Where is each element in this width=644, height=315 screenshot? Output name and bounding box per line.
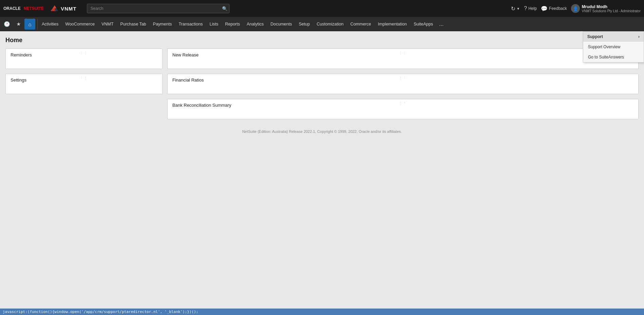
page-title: Home	[5, 37, 22, 44]
user-avatar: 👤	[571, 4, 580, 13]
logo-container: ORACLE NETSUITE	[3, 6, 44, 11]
nav-item-activities[interactable]: Activities	[38, 17, 62, 31]
left-column: ⋮⋮ Reminders ⋮⋮ Settings	[5, 49, 163, 119]
new-release-title: New Release	[172, 52, 199, 57]
support-label: Support	[587, 34, 603, 39]
support-dropdown: Support › Support Overview Go to SuiteAn…	[583, 31, 644, 63]
status-bar: javascript:(function(){window.open('/app…	[0, 309, 644, 315]
nav-home-icon[interactable]: ⌂	[24, 19, 35, 30]
user-company: VNMT Solutions Pty Ltd - Administrator	[582, 9, 641, 13]
help-icon: ?	[524, 5, 527, 12]
financial-ratios-portlet: ⋮⋮ Financial Ratios	[167, 74, 639, 94]
feedback-label: Feedback	[549, 6, 567, 11]
main-content: Home Viewing: Portlet date settin ⋮⋮ Rem…	[0, 31, 644, 144]
nav-item-transactions[interactable]: Transactions	[175, 17, 206, 31]
vnmt-icon	[50, 5, 59, 12]
nav-item-setup[interactable]: Setup	[295, 17, 313, 31]
settings-title: Settings	[11, 77, 26, 83]
financial-ratios-drag-handle[interactable]: ⋮⋮	[399, 76, 407, 80]
svg-marker-2	[53, 5, 56, 8]
vnmt-label: VNMT	[61, 6, 77, 12]
nav-history-icon[interactable]: 🕐	[1, 19, 12, 30]
bank-reconciliation-drag-handle[interactable]: ⋮⋮	[399, 101, 407, 105]
user-menu[interactable]: 👤 Mrudul Modh VNMT Solutions Pty Ltd - A…	[571, 4, 641, 13]
search-input[interactable]	[87, 4, 229, 13]
dashboard-grid: ⋮⋮ Reminders ⋮⋮ Settings ⋮⋮ New Release …	[5, 49, 639, 119]
help-button[interactable]: ? Help	[524, 5, 537, 12]
oracle-text: ORACLE	[3, 6, 21, 11]
nav-more-button[interactable]: ...	[436, 17, 446, 31]
user-name: Mrudul Modh	[582, 4, 641, 9]
page-header: Home Viewing: Portlet date settin	[5, 37, 639, 44]
nav-item-purchase-tab[interactable]: Purchase Tab	[117, 17, 149, 31]
header: ORACLE NETSUITE VNMT 🔍 ↻ ▼ ? Help 💬 Feed…	[0, 0, 644, 17]
header-right: ↻ ▼ ? Help 💬 Feedback 👤 Mrudul Modh VNMT…	[511, 4, 641, 13]
user-details: Mrudul Modh VNMT Solutions Pty Ltd - Adm…	[582, 4, 641, 13]
new-release-drag-handle[interactable]: ⋮⋮	[399, 51, 407, 55]
reminders-portlet: ⋮⋮ Reminders	[5, 49, 163, 69]
status-bar-text: javascript:(function(){window.open('/app…	[3, 310, 198, 314]
settings-portlet: ⋮⋮ Settings	[5, 74, 163, 94]
sync-chevron-icon: ▼	[517, 7, 520, 11]
right-column: ⋮⋮ New Release ⋮⋮ Financial Ratios ⋮⋮ Ba…	[167, 49, 639, 119]
bank-reconciliation-portlet: ⋮⋮ Bank Reconciliation Summary	[167, 99, 639, 119]
nav-favorites-icon[interactable]: ★	[13, 19, 24, 30]
nav-item-commerce[interactable]: Commerce	[347, 17, 374, 31]
nav-item-analytics[interactable]: Analytics	[243, 17, 267, 31]
nav-item-suiteapps[interactable]: SuiteApps	[410, 17, 436, 31]
dropdown-support-overview[interactable]: Support Overview	[583, 42, 644, 52]
dropdown-go-to-suiteanswers[interactable]: Go to SuiteAnswers	[583, 52, 644, 62]
netsuite-text: NETSUITE	[24, 6, 44, 11]
sync-icon: ↻	[511, 5, 515, 12]
new-release-portlet: ⋮⋮ New Release	[167, 49, 639, 69]
footer: NetSuite (Edition: Australia) Release 20…	[5, 119, 639, 139]
financial-ratios-title: Financial Ratios	[172, 77, 204, 83]
navbar: 🕐 ★ ⌂ Activities WooCommerce VNMT Purcha…	[0, 17, 644, 31]
nav-item-lists[interactable]: Lists	[206, 17, 222, 31]
nav-quick-icons: 🕐 ★ ⌂	[1, 19, 38, 30]
footer-text: NetSuite (Edition: Australia) Release 20…	[242, 129, 402, 134]
nav-menu: Activities WooCommerce VNMT Purchase Tab…	[38, 17, 436, 31]
nav-item-payments[interactable]: Payments	[150, 17, 176, 31]
reminders-title: Reminders	[11, 52, 32, 57]
nav-item-implementation[interactable]: Implementation	[374, 17, 410, 31]
nav-item-woocommerce[interactable]: WooCommerce	[62, 17, 98, 31]
svg-marker-1	[55, 8, 58, 11]
search-button[interactable]: 🔍	[222, 6, 227, 11]
vnmt-logo: VNMT	[50, 5, 77, 12]
nav-item-documents[interactable]: Documents	[267, 17, 295, 31]
nav-item-vnmt[interactable]: VNMT	[98, 17, 117, 31]
sync-button[interactable]: ↻ ▼	[511, 5, 520, 12]
feedback-button[interactable]: 💬 Feedback	[541, 5, 567, 12]
support-chevron-icon: ›	[638, 34, 640, 39]
settings-drag-handle[interactable]: ⋮⋮	[80, 76, 88, 80]
feedback-icon: 💬	[541, 5, 548, 12]
reminders-drag-handle[interactable]: ⋮⋮	[80, 51, 88, 55]
support-dropdown-header[interactable]: Support ›	[583, 32, 644, 42]
nav-item-customization[interactable]: Customization	[313, 17, 347, 31]
search-container: 🔍	[87, 4, 229, 13]
help-label: Help	[528, 6, 537, 11]
bank-reconciliation-title: Bank Reconciliation Summary	[172, 103, 231, 108]
nav-item-reports[interactable]: Reports	[222, 17, 243, 31]
